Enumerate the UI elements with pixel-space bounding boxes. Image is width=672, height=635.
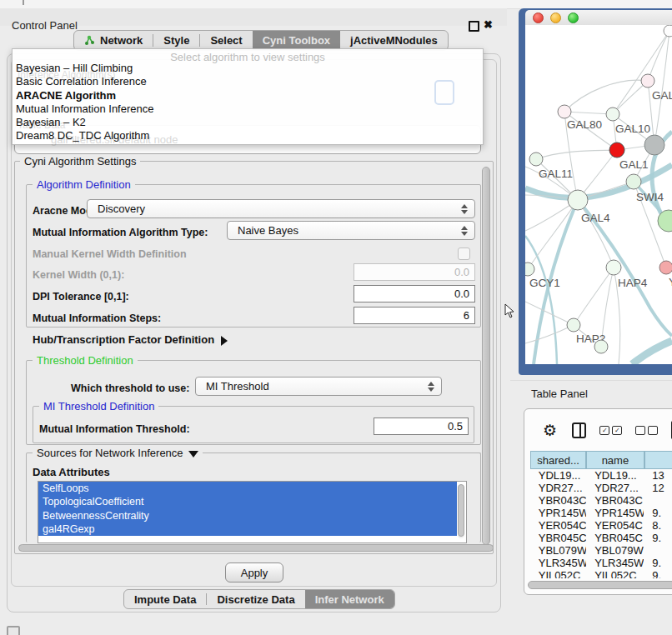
table-row[interactable]: YER054CYER054C8. <box>524 519 672 532</box>
table-row[interactable]: YIL052CYIL052C9. <box>524 569 672 578</box>
popup-item[interactable]: Bayesian – Hill Climbing <box>13 62 483 75</box>
network-graph-icon <box>84 35 95 46</box>
table-horizontal-scrollbar[interactable] <box>528 581 672 589</box>
table-cell: YDL19... <box>530 469 586 482</box>
settings-vertical-scrollbar-thumb[interactable] <box>482 167 490 545</box>
manual-kernel-width-label: Manual Kernel Width Definition <box>33 248 187 260</box>
split-columns-icon[interactable] <box>572 422 586 438</box>
settings-horizontal-scrollbar[interactable] <box>18 544 494 552</box>
attribute-item[interactable]: TopologicalCoefficient <box>38 495 457 508</box>
sources-expander[interactable]: Sources for Network Inference <box>33 447 203 459</box>
collapsed-panel-icon[interactable] <box>7 626 20 635</box>
list-scrollbar-thumb[interactable] <box>458 484 464 537</box>
column-header[interactable]: name <box>586 451 644 469</box>
table-header-row: shared...name <box>524 451 672 469</box>
table-row[interactable]: YBR045CYBR045C9. <box>524 532 672 544</box>
network-node-gal[interactable] <box>641 74 654 88</box>
mouse-cursor <box>504 303 514 319</box>
table-cell: 13 <box>644 469 672 482</box>
mi-algorithm-type-select[interactable]: Naive Bayes <box>227 221 475 240</box>
table-row[interactable]: YDL19...YDL19...13 <box>524 469 672 482</box>
table-cell: YDL19... <box>586 469 644 482</box>
node-label: GAL <box>652 89 672 102</box>
network-node-swi4[interactable] <box>626 174 641 189</box>
column-header[interactable] <box>644 451 672 469</box>
table-cell: 9. <box>644 569 672 578</box>
mi-steps-field[interactable]: 6 <box>354 307 475 324</box>
tab-select[interactable]: Select <box>200 31 252 50</box>
node-label: Y <box>669 276 672 288</box>
tab-network[interactable]: Network <box>74 31 153 50</box>
zoom-traffic-light[interactable] <box>568 12 579 23</box>
gear-icon[interactable]: ⚙ <box>543 422 557 438</box>
mi-algorithm-type-label: Mutual Information Algorithm Type: <box>33 227 208 238</box>
network-node[interactable] <box>664 25 672 37</box>
attr-list-items: SelfLoopsTopologicalCoefficientBetweenne… <box>38 482 466 536</box>
network-canvas[interactable]: GALGAL80GAL10GAL1GAL11SWI4GAL4GCY1HAP4YH… <box>525 25 672 364</box>
popup-item[interactable]: ARACNE Algorithm <box>13 89 483 102</box>
tab-network-label: Network <box>100 34 143 47</box>
network-node-gal4[interactable] <box>568 190 588 210</box>
tab-style[interactable]: Style <box>153 31 199 50</box>
table-row[interactable]: YBL079WYBL079W <box>524 544 672 557</box>
table-row[interactable]: YLR345WYLR345W9. <box>524 557 672 569</box>
deselect-all-checks-icon[interactable] <box>635 426 658 435</box>
table-row[interactable]: YDR27...YDR27...12 <box>524 482 672 494</box>
mi-threshold-label: Mutual Information Threshold: <box>39 423 190 435</box>
network-node[interactable] <box>644 135 664 155</box>
network-node-gal11[interactable] <box>529 152 543 166</box>
list-scrollbar[interactable] <box>458 484 464 538</box>
attribute-item[interactable]: gal4RGexp <box>38 522 457 536</box>
network-node-hap4[interactable] <box>606 260 621 275</box>
aracne-mode-select[interactable]: Discovery <box>87 199 475 218</box>
tab-cyni-toolbox[interactable]: Cyni Toolbox <box>253 31 340 50</box>
dpi-tolerance-field[interactable]: 0.0 <box>354 285 475 302</box>
table-cell: YPR145W <box>530 507 586 519</box>
data-attributes-label: Data Attributes <box>33 466 110 478</box>
attribute-item[interactable]: BetweennessCentrality <box>38 509 457 522</box>
algorithm-definition-title: Algorithm Definition <box>33 178 135 191</box>
top-strip-tick <box>23 0 24 5</box>
attribute-item[interactable]: SelfLoops <box>38 482 457 495</box>
algorithm-popup-list: Bayesian – Hill ClimbingBasic Correlatio… <box>13 62 483 143</box>
node-label: SWI4 <box>636 191 664 203</box>
table-row[interactable]: YPR145WYPR145W9. <box>524 507 672 519</box>
data-attributes-list[interactable]: SelfLoopsTopologicalCoefficientBetweenne… <box>38 481 467 543</box>
table-cell: YER054C <box>530 519 586 532</box>
manual-kernel-width-checkbox[interactable] <box>458 248 470 260</box>
popup-item[interactable]: Dream8 DC_TDC Algorithm <box>13 129 483 142</box>
table-cell: YDR27... <box>530 482 586 494</box>
node-label: GAL10 <box>615 122 650 135</box>
network-node-gal1[interactable] <box>609 142 624 158</box>
column-header[interactable]: shared... <box>530 451 586 469</box>
network-node-hap2[interactable] <box>567 318 580 332</box>
tab-impute-data[interactable]: Impute Data <box>124 590 206 608</box>
select-all-checks-icon[interactable]: ✓✓ <box>599 426 622 435</box>
table-toolbar: ⚙ ✓✓ <box>524 409 672 451</box>
kernel-width-field[interactable]: 0.0 <box>354 263 475 281</box>
popup-item[interactable]: Bayesian – K2 <box>13 116 483 129</box>
close-icon[interactable]: ✖ <box>484 18 493 31</box>
network-node-gal80[interactable] <box>558 105 571 118</box>
minimize-traffic-light[interactable] <box>550 12 561 23</box>
which-threshold-select[interactable]: MI Threshold <box>195 377 442 396</box>
bottom-tabbar: Impute Data Discretize Data Infer Networ… <box>123 589 395 609</box>
popup-item[interactable]: Mutual Information Inference <box>13 102 483 116</box>
table-row[interactable]: YBR043CYBR043C <box>524 494 672 507</box>
network-node[interactable] <box>594 340 608 353</box>
network-node-gal10[interactable] <box>606 108 619 121</box>
network-node-y[interactable] <box>659 261 672 274</box>
float-window-icon[interactable] <box>469 21 479 32</box>
network-nodes[interactable]: GALGAL80GAL10GAL1GAL11SWI4GAL4GCY1HAP4YH… <box>525 25 672 353</box>
hub-definition-expander[interactable]: Hub/Transcription Factor Definition <box>33 333 228 346</box>
mi-threshold-field[interactable]: 0.5 <box>374 418 469 435</box>
node-label: GAL80 <box>567 118 602 131</box>
tab-infer-network[interactable]: Infer Network <box>305 590 394 608</box>
popup-item[interactable]: Basic Correlation Inference <box>13 75 483 88</box>
apply-button[interactable]: Apply <box>225 562 283 582</box>
spinner-icon <box>428 382 434 392</box>
tab-discretize-data[interactable]: Discretize Data <box>207 590 304 608</box>
close-traffic-light[interactable] <box>533 12 544 23</box>
network-node-gcy1[interactable] <box>525 262 534 276</box>
tab-jactivemnodules[interactable]: jActiveMNodules <box>340 31 448 50</box>
